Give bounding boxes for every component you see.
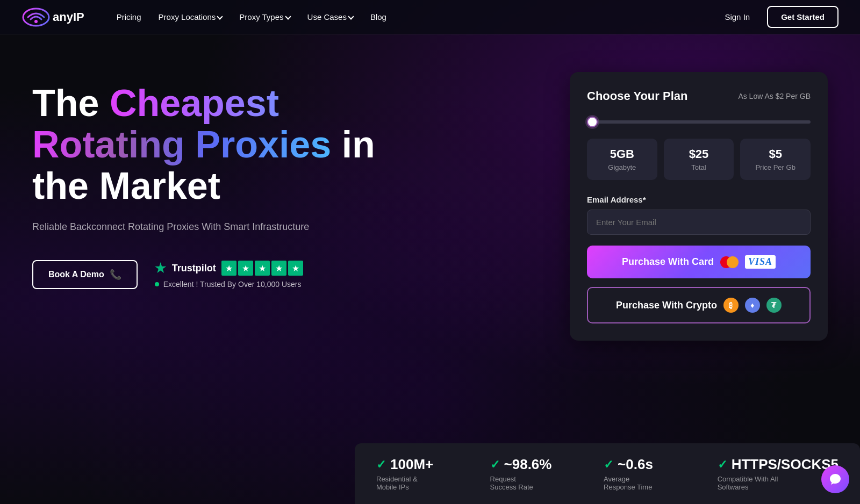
chevron-down-icon — [217, 13, 223, 19]
purchase-card-button[interactable]: Purchase With Card VISA — [587, 246, 811, 278]
stats-bar: ✓ 100M+ Residential & Mobile IPs ✓ ~98.6… — [355, 443, 860, 504]
check-icon: ✓ — [604, 458, 613, 472]
stat-response-label: Average Response Time — [604, 475, 652, 491]
star-4: ★ — [271, 261, 286, 276]
stat-response-value: ✓ ~0.6s — [604, 456, 653, 473]
stat-gb-value: 5GB — [596, 147, 649, 161]
mastercard-icon — [720, 256, 739, 268]
trustpilot-icon — [155, 262, 167, 274]
check-icon: ✓ — [718, 458, 727, 472]
bitcoin-icon: ₿ — [723, 298, 739, 313]
brand-name: anyIP — [53, 10, 84, 24]
trustpilot-review: Excellent ! Trusted By Over 10,000 Users — [155, 280, 303, 289]
stat-total: $25 Total — [664, 139, 734, 180]
chevron-down-icon — [348, 13, 354, 19]
signin-button[interactable]: Sign In — [716, 8, 758, 26]
phone-icon: 📞 — [110, 269, 121, 280]
nav-use-cases[interactable]: Use Cases — [301, 8, 360, 26]
stat-residential-label: Residential & Mobile IPs — [376, 475, 418, 491]
hero-rotating: Rotating Proxies — [32, 124, 331, 165]
nav-actions: Sign In Get Started — [716, 6, 838, 28]
purchase-crypto-button[interactable]: Purchase With Crypto ₿ ♦ ₮ — [587, 287, 811, 323]
stat-protocol-value: ✓ HTTPS/SOCKS5 — [718, 456, 838, 473]
stat-gigabyte: 5GB Gigabyte — [587, 139, 657, 180]
stat-price-per-gb: $5 Price Per Gb — [740, 139, 811, 180]
nav-pricing[interactable]: Pricing — [110, 8, 148, 26]
stat-gb-label: Gigabyte — [596, 163, 649, 171]
book-demo-button[interactable]: Book A Demo 📞 — [32, 260, 138, 289]
mc-right-circle — [727, 256, 739, 268]
star-2: ★ — [238, 261, 253, 276]
main-content: The Cheapest Rotating Proxies in the Mar… — [0, 34, 860, 504]
email-label: Email Address* — [587, 195, 811, 204]
star-3: ★ — [255, 261, 270, 276]
hero-highlight: Cheapest — [110, 82, 279, 124]
email-input[interactable] — [587, 210, 811, 235]
chat-icon — [829, 473, 842, 486]
trustpilot-block: Trustpilot ★ ★ ★ ★ ★ Excellent ! Trusted… — [155, 261, 303, 289]
pricing-header: Choose Your Plan As Low As $2 Per GB — [587, 89, 811, 103]
nav-proxy-locations[interactable]: Proxy Locations — [152, 8, 229, 26]
usdt-icon: ₮ — [766, 298, 782, 313]
ethereum-icon: ♦ — [745, 298, 760, 313]
star-5: ★ — [288, 261, 303, 276]
stat-success-value: ✓ ~98.6% — [490, 456, 552, 473]
stat-residential-value: ✓ 100M+ — [376, 456, 433, 473]
stat-success-rate: ✓ ~98.6% Request Success Rate — [490, 456, 604, 491]
plan-slider[interactable] — [587, 120, 811, 124]
nav-links: Pricing Proxy Locations Proxy Types Use … — [110, 8, 716, 26]
navbar: anyIP Pricing Proxy Locations Proxy Type… — [0, 0, 860, 34]
plan-stats: 5GB Gigabyte $25 Total $5 Price Per Gb — [587, 139, 811, 180]
stat-ppg-value: $5 — [749, 147, 802, 161]
check-icon: ✓ — [490, 458, 500, 472]
hero-title: The Cheapest Rotating Proxies in the Mar… — [32, 83, 538, 207]
email-section: Email Address* — [587, 195, 811, 235]
chevron-down-icon — [285, 13, 291, 19]
stat-success-label: Request Success Rate — [490, 475, 533, 491]
stat-total-value: $25 — [672, 147, 726, 161]
pricing-title: Choose Your Plan — [587, 89, 687, 103]
get-started-button[interactable]: Get Started — [767, 6, 838, 28]
hero-actions: Book A Demo 📞 Trustpilot ★ ★ ★ ★ ★ — [32, 260, 538, 289]
green-dot-icon — [155, 282, 159, 286]
svg-point-1 — [34, 20, 38, 23]
stat-protocol-label: Compatible With All Softwares — [718, 475, 778, 491]
pricing-subtitle: As Low As $2 Per GB — [738, 92, 811, 100]
stat-residential: ✓ 100M+ Residential & Mobile IPs — [376, 456, 490, 491]
trustpilot-stars: ★ ★ ★ ★ ★ — [221, 261, 303, 276]
chat-bubble-button[interactable] — [821, 465, 849, 493]
trustpilot-header: Trustpilot ★ ★ ★ ★ ★ — [155, 261, 303, 276]
visa-icon: VISA — [745, 255, 776, 269]
hero-subtitle: Reliable Backconnect Rotating Proxies Wi… — [32, 220, 538, 234]
logo[interactable]: anyIP — [22, 5, 84, 29]
stat-response-time: ✓ ~0.6s Average Response Time — [604, 456, 718, 491]
star-1: ★ — [221, 261, 236, 276]
stat-ppg-label: Price Per Gb — [749, 163, 802, 171]
nav-blog[interactable]: Blog — [364, 8, 393, 26]
stat-total-label: Total — [672, 163, 726, 171]
pricing-card: Choose Your Plan As Low As $2 Per GB 5GB… — [570, 72, 828, 341]
check-icon: ✓ — [376, 458, 386, 472]
hero-section: The Cheapest Rotating Proxies in the Mar… — [32, 72, 538, 311]
trustpilot-label: Trustpilot — [172, 263, 216, 274]
slider-container — [587, 116, 811, 126]
stat-protocol: ✓ HTTPS/SOCKS5 Compatible With All Softw… — [718, 456, 838, 491]
nav-proxy-types[interactable]: Proxy Types — [233, 8, 296, 26]
